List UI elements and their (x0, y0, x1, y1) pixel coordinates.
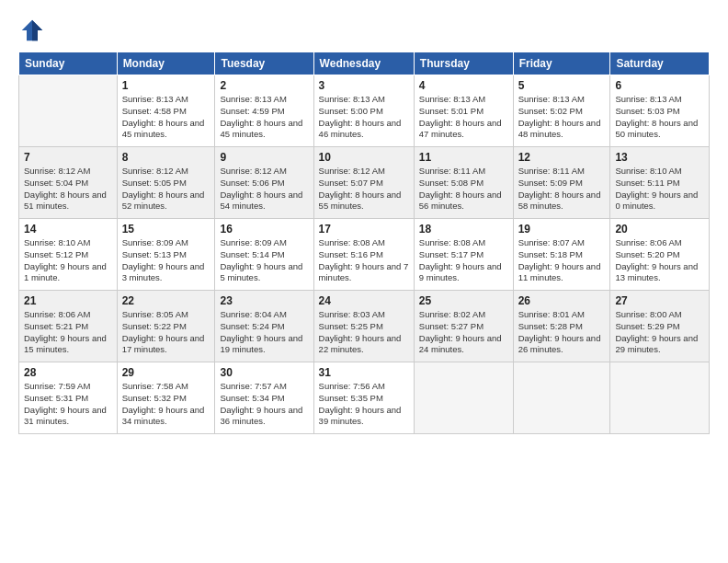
calendar-cell: 18Sunrise: 8:08 AMSunset: 5:17 PMDayligh… (414, 219, 513, 291)
weekday-header: Wednesday (313, 52, 414, 75)
day-number: 1 (122, 79, 210, 92)
weekday-header: Monday (117, 52, 215, 75)
day-info: Sunrise: 8:10 AMSunset: 5:11 PMDaylight:… (615, 166, 704, 213)
day-number: 25 (419, 294, 508, 307)
calendar-cell: 31Sunrise: 7:56 AMSunset: 5:35 PMDayligh… (313, 362, 414, 434)
logo (18, 17, 50, 44)
day-number: 17 (319, 223, 409, 236)
day-number: 29 (122, 366, 210, 379)
day-number: 18 (419, 223, 508, 236)
day-info: Sunrise: 8:08 AMSunset: 5:17 PMDaylight:… (419, 237, 508, 284)
calendar-cell: 29Sunrise: 7:58 AMSunset: 5:32 PMDayligh… (117, 362, 215, 434)
calendar-cell (513, 362, 610, 434)
day-info: Sunrise: 8:11 AMSunset: 5:09 PMDaylight:… (518, 166, 606, 213)
day-info: Sunrise: 8:13 AMSunset: 5:00 PMDaylight:… (319, 94, 409, 141)
day-number: 26 (518, 294, 606, 307)
calendar-body: 1Sunrise: 8:13 AMSunset: 4:58 PMDaylight… (19, 75, 710, 434)
day-number: 13 (615, 151, 704, 164)
calendar-cell: 1Sunrise: 8:13 AMSunset: 4:58 PMDaylight… (117, 75, 215, 147)
day-number: 9 (220, 151, 308, 164)
calendar-cell: 2Sunrise: 8:13 AMSunset: 4:59 PMDaylight… (215, 75, 313, 147)
day-info: Sunrise: 7:57 AMSunset: 5:34 PMDaylight:… (220, 381, 308, 428)
day-info: Sunrise: 8:12 AMSunset: 5:05 PMDaylight:… (122, 166, 210, 213)
calendar-cell: 23Sunrise: 8:04 AMSunset: 5:24 PMDayligh… (215, 291, 313, 362)
day-info: Sunrise: 8:06 AMSunset: 5:20 PMDaylight:… (615, 237, 704, 284)
calendar-cell: 5Sunrise: 8:13 AMSunset: 5:02 PMDaylight… (513, 75, 610, 147)
weekday-header: Friday (513, 52, 610, 75)
calendar-cell (414, 362, 513, 434)
day-number: 5 (518, 79, 606, 92)
day-info: Sunrise: 8:02 AMSunset: 5:27 PMDaylight:… (419, 309, 508, 356)
calendar-cell: 15Sunrise: 8:09 AMSunset: 5:13 PMDayligh… (117, 219, 215, 291)
day-info: Sunrise: 8:11 AMSunset: 5:08 PMDaylight:… (419, 166, 508, 213)
calendar-week-row: 1Sunrise: 8:13 AMSunset: 4:58 PMDaylight… (19, 75, 710, 147)
calendar-cell (610, 362, 710, 434)
weekday-header: Sunday (19, 52, 118, 75)
day-number: 20 (615, 223, 704, 236)
calendar-cell: 3Sunrise: 8:13 AMSunset: 5:00 PMDaylight… (313, 75, 414, 147)
day-number: 6 (615, 79, 704, 92)
calendar-week-row: 28Sunrise: 7:59 AMSunset: 5:31 PMDayligh… (19, 362, 710, 434)
calendar-cell: 25Sunrise: 8:02 AMSunset: 5:27 PMDayligh… (414, 291, 513, 362)
calendar-cell: 8Sunrise: 8:12 AMSunset: 5:05 PMDaylight… (117, 147, 215, 219)
day-info: Sunrise: 8:01 AMSunset: 5:28 PMDaylight:… (518, 309, 606, 356)
day-number: 28 (24, 366, 112, 379)
day-info: Sunrise: 8:10 AMSunset: 5:12 PMDaylight:… (24, 237, 112, 284)
day-number: 10 (319, 151, 409, 164)
day-number: 31 (319, 366, 409, 379)
day-number: 24 (319, 294, 409, 307)
calendar-cell: 28Sunrise: 7:59 AMSunset: 5:31 PMDayligh… (19, 362, 118, 434)
header (18, 17, 710, 44)
day-info: Sunrise: 8:03 AMSunset: 5:25 PMDaylight:… (319, 309, 409, 356)
calendar-week-row: 7Sunrise: 8:12 AMSunset: 5:04 PMDaylight… (19, 147, 710, 219)
day-info: Sunrise: 8:07 AMSunset: 5:18 PMDaylight:… (518, 237, 606, 284)
day-info: Sunrise: 8:13 AMSunset: 5:01 PMDaylight:… (419, 94, 508, 141)
calendar-week-row: 14Sunrise: 8:10 AMSunset: 5:12 PMDayligh… (19, 219, 710, 291)
day-info: Sunrise: 7:58 AMSunset: 5:32 PMDaylight:… (122, 381, 210, 428)
day-number: 11 (419, 151, 508, 164)
calendar-cell: 21Sunrise: 8:06 AMSunset: 5:21 PMDayligh… (19, 291, 118, 362)
day-info: Sunrise: 8:08 AMSunset: 5:16 PMDaylight:… (319, 237, 409, 284)
day-info: Sunrise: 8:05 AMSunset: 5:22 PMDaylight:… (122, 309, 210, 356)
day-info: Sunrise: 8:12 AMSunset: 5:07 PMDaylight:… (319, 166, 409, 213)
day-number: 19 (518, 223, 606, 236)
calendar-cell: 22Sunrise: 8:05 AMSunset: 5:22 PMDayligh… (117, 291, 215, 362)
day-number: 21 (24, 294, 112, 307)
calendar-cell: 17Sunrise: 8:08 AMSunset: 5:16 PMDayligh… (313, 219, 414, 291)
logo-icon (18, 17, 46, 44)
day-number: 2 (220, 79, 308, 92)
day-info: Sunrise: 8:13 AMSunset: 5:03 PMDaylight:… (615, 94, 704, 141)
day-number: 3 (319, 79, 409, 92)
day-info: Sunrise: 8:04 AMSunset: 5:24 PMDaylight:… (220, 309, 308, 356)
weekday-header: Thursday (414, 52, 513, 75)
day-number: 23 (220, 294, 308, 307)
calendar-cell: 20Sunrise: 8:06 AMSunset: 5:20 PMDayligh… (610, 219, 710, 291)
calendar-cell: 30Sunrise: 7:57 AMSunset: 5:34 PMDayligh… (215, 362, 313, 434)
calendar-cell: 24Sunrise: 8:03 AMSunset: 5:25 PMDayligh… (313, 291, 414, 362)
calendar-cell: 6Sunrise: 8:13 AMSunset: 5:03 PMDaylight… (610, 75, 710, 147)
day-number: 30 (220, 366, 308, 379)
day-number: 14 (24, 223, 112, 236)
day-number: 8 (122, 151, 210, 164)
day-number: 22 (122, 294, 210, 307)
calendar-cell: 11Sunrise: 8:11 AMSunset: 5:08 PMDayligh… (414, 147, 513, 219)
calendar-cell: 27Sunrise: 8:00 AMSunset: 5:29 PMDayligh… (610, 291, 710, 362)
weekday-header-row: SundayMondayTuesdayWednesdayThursdayFrid… (19, 52, 710, 75)
day-number: 16 (220, 223, 308, 236)
day-info: Sunrise: 8:12 AMSunset: 5:06 PMDaylight:… (220, 166, 308, 213)
day-info: Sunrise: 8:13 AMSunset: 4:58 PMDaylight:… (122, 94, 210, 141)
calendar-cell: 26Sunrise: 8:01 AMSunset: 5:28 PMDayligh… (513, 291, 610, 362)
day-number: 27 (615, 294, 704, 307)
day-info: Sunrise: 8:09 AMSunset: 5:14 PMDaylight:… (220, 237, 308, 284)
page: SundayMondayTuesdayWednesdayThursdayFrid… (0, 0, 728, 563)
calendar-cell: 9Sunrise: 8:12 AMSunset: 5:06 PMDaylight… (215, 147, 313, 219)
day-number: 15 (122, 223, 210, 236)
day-info: Sunrise: 8:06 AMSunset: 5:21 PMDaylight:… (24, 309, 112, 356)
weekday-header: Saturday (610, 52, 710, 75)
day-info: Sunrise: 8:13 AMSunset: 4:59 PMDaylight:… (220, 94, 308, 141)
calendar-cell: 14Sunrise: 8:10 AMSunset: 5:12 PMDayligh… (19, 219, 118, 291)
calendar-table: SundayMondayTuesdayWednesdayThursdayFrid… (18, 52, 710, 434)
svg-marker-1 (32, 20, 42, 41)
day-info: Sunrise: 8:13 AMSunset: 5:02 PMDaylight:… (518, 94, 606, 141)
day-info: Sunrise: 8:09 AMSunset: 5:13 PMDaylight:… (122, 237, 210, 284)
